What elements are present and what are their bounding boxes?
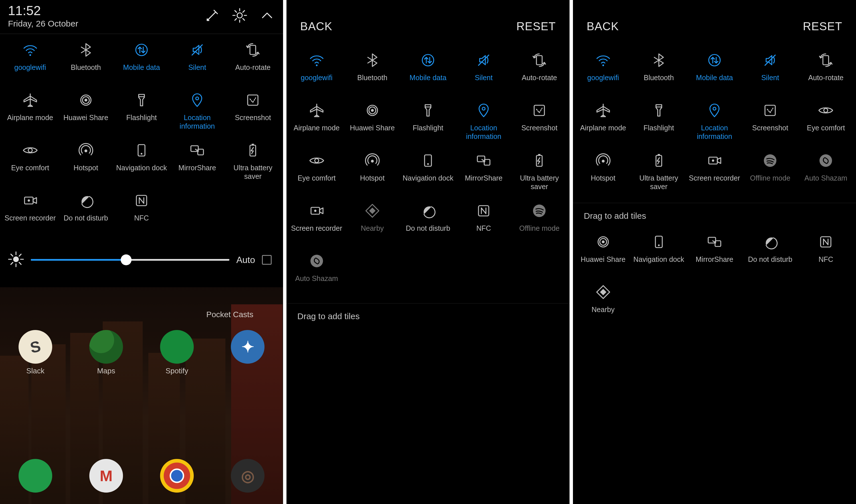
tile-airplane[interactable]: Airplane mode: [289, 100, 344, 150]
tile-mobiledata[interactable]: Mobile data: [686, 50, 742, 100]
svg-rect-44: [765, 105, 775, 115]
tile-label: Navigation dock: [634, 255, 684, 264]
tile-label: Hotspot: [360, 174, 385, 182]
bluetooth-icon: [650, 52, 667, 69]
tile-label: googlewifi: [587, 73, 619, 82]
app-Maps[interactable]: Maps: [89, 330, 123, 375]
bluetooth-icon: [77, 41, 94, 58]
silent-icon: [762, 52, 779, 69]
tile-wifi[interactable]: googlewifi: [575, 50, 631, 100]
tile-shazam[interactable]: Auto Shazam: [289, 251, 344, 301]
tile-dnd[interactable]: Do not disturb: [743, 232, 798, 282]
huaweishare-icon: [364, 102, 381, 119]
app-gm[interactable]: M: [89, 459, 123, 492]
tile-navdock[interactable]: Navigation dock: [400, 150, 456, 200]
app-Spotify[interactable]: Spotify: [160, 330, 194, 375]
airplane-icon: [595, 102, 612, 119]
tile-hotspot[interactable]: Hotspot: [344, 150, 400, 200]
tile-screenshot[interactable]: Screenshot: [225, 90, 281, 140]
tile-screenshot[interactable]: Screenshot: [743, 100, 798, 150]
tile-screenrec[interactable]: Screen recorder: [2, 190, 58, 240]
app-last[interactable]: ◎: [231, 459, 265, 492]
tile-huaweishare[interactable]: Huawei Share: [58, 90, 113, 140]
tile-spotify[interactable]: Offline mode: [512, 200, 567, 251]
tile-autorotate[interactable]: Auto-rotate: [225, 40, 281, 90]
tile-autorotate[interactable]: Auto-rotate: [798, 50, 854, 100]
brightness-slider[interactable]: [31, 254, 229, 266]
tile-airplane[interactable]: Airplane mode: [575, 100, 631, 150]
tile-battery[interactable]: Ultra battery saver: [225, 140, 281, 190]
tile-mobiledata[interactable]: Mobile data: [400, 50, 456, 100]
tile-nfc[interactable]: NFC: [113, 190, 169, 240]
tile-huaweishare[interactable]: Huawei Share: [575, 232, 631, 282]
back-button[interactable]: BACK: [300, 20, 333, 33]
tile-bluetooth[interactable]: Bluetooth: [631, 50, 686, 100]
tile-label: Do not disturb: [748, 255, 792, 264]
tile-location[interactable]: Location information: [170, 90, 225, 140]
tile-location[interactable]: Location information: [456, 100, 512, 150]
tile-flashlight[interactable]: Flashlight: [400, 100, 456, 150]
app-Slack[interactable]: SSlack: [19, 330, 52, 375]
tile-navdock[interactable]: Navigation dock: [631, 232, 686, 282]
tile-eye[interactable]: Eye comfort: [2, 140, 58, 190]
tile-label: Navigation dock: [403, 174, 453, 182]
battery-icon: [531, 152, 548, 169]
tile-bluetooth[interactable]: Bluetooth: [344, 50, 400, 100]
app-chrome[interactable]: [160, 459, 194, 492]
tile-hotspot[interactable]: Hotspot: [575, 150, 631, 200]
tile-mirrorshare[interactable]: MirrorShare: [456, 150, 512, 200]
tile-battery[interactable]: Ultra battery saver: [631, 150, 686, 200]
reset-button[interactable]: RESET: [803, 20, 842, 33]
tile-mirrorshare[interactable]: MirrorShare: [170, 140, 225, 190]
tile-screenrec[interactable]: Screen recorder: [289, 200, 344, 251]
tile-screenshot[interactable]: Screenshot: [512, 100, 567, 150]
tile-mobiledata[interactable]: Mobile data: [113, 40, 169, 90]
tile-flashlight[interactable]: Flashlight: [631, 100, 686, 150]
tile-location[interactable]: Location information: [686, 100, 742, 150]
tile-spotify[interactable]: Offline mode: [743, 150, 798, 200]
tile-navdock[interactable]: Navigation dock: [113, 140, 169, 190]
reset-button[interactable]: RESET: [516, 20, 556, 33]
drag-to-add-label: Drag to add tiles: [573, 203, 856, 226]
tile-label: Airplane mode: [293, 124, 340, 132]
tile-airplane[interactable]: Airplane mode: [2, 90, 58, 140]
dnd-icon: [420, 202, 436, 219]
back-button[interactable]: BACK: [587, 20, 619, 33]
tile-screenrec[interactable]: Screen recorder: [686, 150, 742, 200]
tile-nfc[interactable]: NFC: [798, 232, 854, 282]
tile-label: Flashlight: [413, 124, 443, 132]
tile-mirrorshare[interactable]: MirrorShare: [686, 232, 742, 282]
svg-rect-14: [252, 144, 254, 145]
collapse-icon[interactable]: [259, 7, 275, 24]
mobiledata-icon: [133, 41, 150, 58]
tile-dnd[interactable]: Do not disturb: [58, 190, 113, 240]
hotspot-icon: [77, 142, 94, 159]
tile-dnd[interactable]: Do not disturb: [400, 200, 456, 251]
tile-silent[interactable]: Silent: [170, 40, 225, 90]
tile-hotspot[interactable]: Hotspot: [58, 140, 113, 190]
tile-autorotate[interactable]: Auto-rotate: [512, 50, 567, 100]
tile-wifi[interactable]: googlewifi: [289, 50, 344, 100]
settings-icon[interactable]: [232, 7, 248, 24]
svg-point-16: [28, 199, 30, 202]
app-wa[interactable]: [19, 459, 52, 492]
tile-flashlight[interactable]: Flashlight: [113, 90, 169, 140]
tile-bluetooth[interactable]: Bluetooth: [58, 40, 113, 90]
tile-shazam[interactable]: Auto Shazam: [798, 150, 854, 200]
auto-brightness-checkbox[interactable]: [262, 255, 272, 265]
mirrorshare-icon: [475, 152, 492, 169]
tile-wifi[interactable]: googlewifi: [2, 40, 58, 90]
screen-edit-tiles-full: BACK RESET googlewifiBluetoothMobile dat…: [286, 0, 570, 504]
tile-eye[interactable]: Eye comfort: [289, 150, 344, 200]
edit-icon[interactable]: [204, 7, 220, 24]
tile-nearby[interactable]: Nearby: [575, 282, 631, 332]
tile-eye[interactable]: Eye comfort: [798, 100, 854, 150]
tile-nearby[interactable]: Nearby: [344, 200, 400, 251]
app-rocket[interactable]: ✦: [231, 330, 265, 375]
tile-silent[interactable]: Silent: [456, 50, 512, 100]
tile-silent[interactable]: Silent: [743, 50, 798, 100]
tile-huaweishare[interactable]: Huawei Share: [344, 100, 400, 150]
tiles-grid: googlewifiBluetoothMobile dataSilentAuto…: [0, 34, 283, 243]
tile-battery[interactable]: Ultra battery saver: [512, 150, 567, 200]
tile-nfc[interactable]: NFC: [456, 200, 512, 251]
